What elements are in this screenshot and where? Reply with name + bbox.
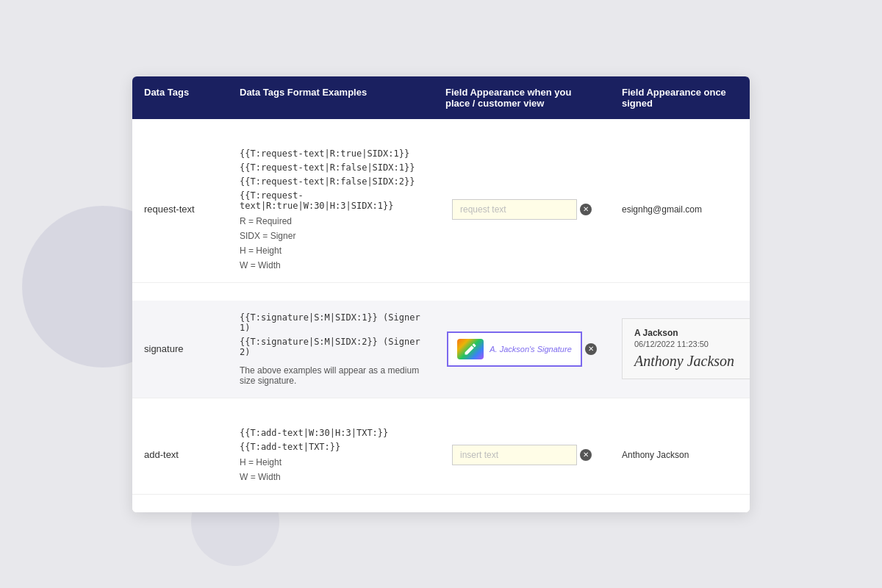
signature-close-icon[interactable]: ✕ — [585, 343, 597, 355]
request-text-close-icon[interactable]: ✕ — [580, 204, 592, 215]
spacer-mid-2 — [132, 398, 750, 416]
row-signed-signature: A Jackson 06/12/2022 11:23:50 Anthony Ja… — [610, 301, 750, 398]
signer-name: A Jackson — [634, 328, 742, 338]
spacer-bottom — [132, 495, 750, 512]
row-label-signature: signature — [132, 301, 228, 398]
page-wrapper: Data Tags Data Tags Format Examples Fiel… — [0, 0, 882, 588]
pen-svg-icon — [463, 342, 478, 356]
table-row-add-text: add-text {{T:add-text|W:30|H:3|TXT:}} {{… — [132, 416, 750, 495]
col-header-2: Data Tags Format Examples — [228, 76, 434, 119]
signature-script: Anthony Jackson — [634, 353, 742, 370]
table-header: Data Tags Data Tags Format Examples Fiel… — [132, 76, 750, 119]
row-desc-add-text: {{T:add-text|W:30|H:3|TXT:}} {{T:add-tex… — [228, 416, 434, 494]
table-row-signature: signature {{T:signature|S:M|SIDX:1}} (Si… — [132, 301, 750, 398]
main-card: Data Tags Data Tags Format Examples Fiel… — [132, 76, 750, 512]
row-preview-add-text: insert text ✕ — [434, 416, 610, 494]
add-text-input[interactable]: insert text — [452, 445, 577, 465]
row-preview-signature: A. Jackson's Signature ✕ — [434, 301, 610, 398]
row-label-add-text: add-text — [132, 416, 228, 494]
row-label-request-text: request-text — [132, 137, 228, 282]
col-header-1: Data Tags — [132, 76, 228, 119]
spacer-mid-1 — [132, 283, 750, 301]
signer-date: 06/12/2022 11:23:50 — [634, 340, 742, 348]
row-desc-request-text: {{T:request-text|R:true|SIDX:1}} {{T:req… — [228, 137, 434, 282]
row-desc-signature: {{T:signature|S:M|SIDX:1}} (Signer 1) {{… — [228, 301, 434, 398]
row-preview-request-text: request text ✕ — [434, 137, 610, 282]
col-header-3: Field Appearance when you place / custom… — [434, 76, 610, 119]
signed-result: A Jackson 06/12/2022 11:23:50 Anthony Ja… — [622, 318, 750, 379]
row-signed-add-text: Anthony Jackson — [610, 416, 750, 494]
table-body: request-text {{T:request-text|R:true|SID… — [132, 119, 750, 512]
add-text-close-icon[interactable]: ✕ — [580, 449, 592, 461]
col-header-4: Field Appearance once signed — [610, 76, 750, 119]
spacer-top — [132, 119, 750, 137]
request-text-input[interactable]: request text — [452, 199, 577, 220]
table-row: request-text {{T:request-text|R:true|SID… — [132, 137, 750, 283]
signature-icon — [457, 339, 484, 359]
row-signed-request-text: esignhg@gmail.com — [610, 137, 750, 282]
signature-preview-box[interactable]: A. Jackson's Signature — [447, 331, 582, 367]
signature-label-text: A. Jackson's Signature — [490, 345, 572, 354]
